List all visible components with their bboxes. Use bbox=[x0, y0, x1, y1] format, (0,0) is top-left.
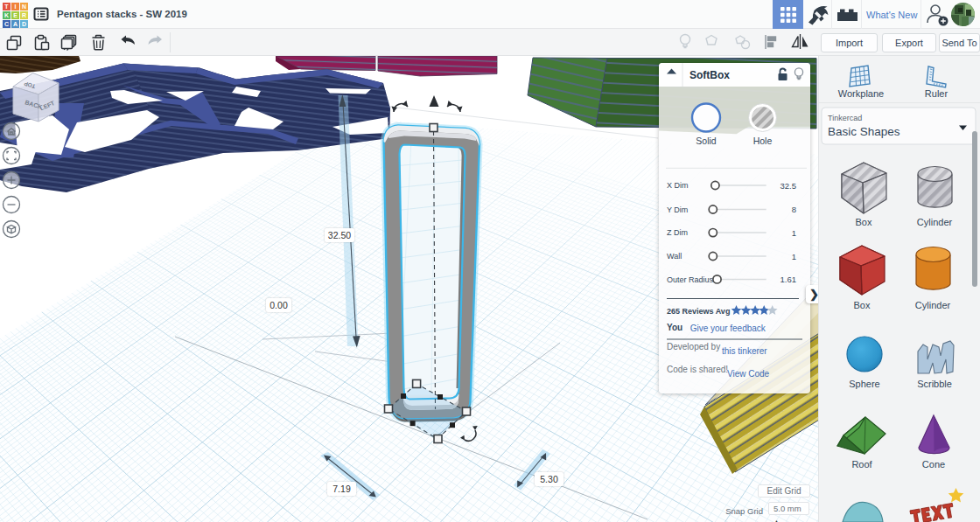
svg-text:Ruler: Ruler bbox=[925, 88, 948, 99]
svg-text:8: 8 bbox=[792, 205, 796, 214]
svg-text:Code is shared!: Code is shared! bbox=[667, 365, 728, 374]
svg-text:Y Dim: Y Dim bbox=[667, 205, 688, 214]
svg-text:You: You bbox=[667, 323, 682, 332]
svg-text:View Code: View Code bbox=[727, 369, 770, 379]
svg-text:Scribble: Scribble bbox=[917, 379, 952, 389]
svg-text:Tinkercad: Tinkercad bbox=[828, 114, 862, 122]
svg-text:this tinkerer: this tinkerer bbox=[722, 346, 767, 356]
svg-text:Outer Radius: Outer Radius bbox=[667, 275, 714, 284]
svg-text:Cylinder: Cylinder bbox=[915, 300, 951, 310]
svg-text:1: 1 bbox=[792, 228, 796, 238]
svg-text:1: 1 bbox=[792, 252, 796, 261]
svg-text:Sphere: Sphere bbox=[849, 379, 879, 389]
svg-text:Box: Box bbox=[854, 300, 871, 310]
svg-text:Box: Box bbox=[856, 217, 872, 227]
svg-text:Hole: Hole bbox=[753, 136, 773, 146]
svg-text:Basic Shapes: Basic Shapes bbox=[828, 125, 900, 138]
svg-text:X Dim: X Dim bbox=[667, 181, 689, 190]
svg-text:1.61: 1.61 bbox=[780, 275, 797, 284]
svg-text:Workplane: Workplane bbox=[838, 88, 884, 99]
svg-text:Give your feedback: Give your feedback bbox=[690, 324, 766, 333]
svg-text:265 Reviews Avg: 265 Reviews Avg bbox=[667, 307, 730, 316]
svg-text:Wall: Wall bbox=[667, 252, 682, 261]
svg-text:32.5: 32.5 bbox=[780, 181, 797, 191]
svg-text:Cone: Cone bbox=[922, 459, 945, 470]
svg-text:Developed by: Developed by bbox=[667, 342, 720, 351]
svg-text:Cylinder: Cylinder bbox=[917, 217, 953, 227]
svg-text:Roof: Roof bbox=[851, 459, 872, 470]
svg-text:Solid: Solid bbox=[696, 136, 717, 146]
svg-text:Z Dim: Z Dim bbox=[667, 228, 688, 237]
